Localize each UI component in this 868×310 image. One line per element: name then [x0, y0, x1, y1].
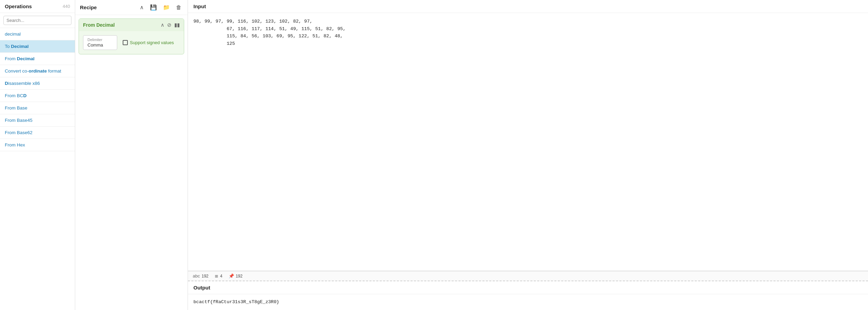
sidebar-count: 440: [63, 4, 70, 9]
recipe-card-disable-button[interactable]: ⊘: [167, 22, 172, 28]
trash-icon: 🗑: [176, 4, 181, 10]
chevron-up-icon: ∧: [140, 4, 144, 10]
delimiter-label: Delimiter: [87, 38, 113, 42]
chevron-up-small-icon: ∧: [161, 22, 164, 28]
delimiter-value: Comma: [87, 42, 113, 48]
sidebar-item-convert-coordinate[interactable]: Convert co-ordinate format: [0, 65, 75, 77]
abc-icon: abc: [193, 273, 200, 279]
save-icon: 💾: [150, 4, 157, 10]
sidebar-item-disassemble-x86[interactable]: Disassemble x86: [0, 77, 75, 90]
open-folder-button[interactable]: 📁: [162, 3, 171, 11]
sidebar-item-from-base62[interactable]: From Base62: [0, 127, 75, 139]
sidebar-item-from-decimal[interactable]: From Decimal: [0, 53, 75, 65]
output-area: Output bcactf{fRaCtur31s3R_sT8gE_z3R0}: [188, 281, 868, 310]
recipe-header: Recipe ∧ 💾 📁 🗑: [75, 0, 188, 15]
output-content: bcactf{fRaCtur31s3R_sT8gE_z3R0}: [188, 294, 868, 310]
output-header: Output: [188, 281, 868, 294]
pause-icon: ▮▮: [174, 22, 180, 28]
recipe-toolbar: ∧ 💾 📁 🗑: [138, 3, 183, 11]
search-row: [0, 13, 75, 28]
delimiter-box: Delimiter Comma: [83, 35, 117, 50]
sidebar: Operations 440 decimalTo DecimalFrom Dec…: [0, 0, 75, 310]
sidebar-title: Operations: [5, 3, 32, 9]
input-content[interactable]: 98, 99, 97, 99, 116, 102, 123, 102, 82, …: [188, 13, 868, 271]
recipe-card-pause-button[interactable]: ▮▮: [174, 22, 180, 28]
from-decimal-card: From Decimal ∧ ⊘ ▮▮ Delimiter Comma Su: [79, 18, 184, 54]
collapse-button[interactable]: ∧: [138, 3, 145, 11]
sidebar-item-from-hex[interactable]: From Hex: [0, 139, 75, 151]
recipe-panel-title: Recipe: [80, 4, 97, 10]
input-area: Input 98, 99, 97, 99, 116, 102, 123, 102…: [188, 0, 868, 271]
recipe-panel: Recipe ∧ 💾 📁 🗑 From Decimal ∧: [75, 0, 188, 310]
recipe-card-header: From Decimal ∧ ⊘ ▮▮: [79, 19, 184, 31]
line-count-item: ≣ 4: [215, 273, 222, 279]
ban-icon: ⊘: [167, 22, 172, 28]
recipe-card-title: From Decimal: [83, 22, 115, 28]
signed-values-row: Support signed values: [123, 40, 174, 45]
sidebar-item-from-bcd[interactable]: From BCD: [0, 90, 75, 102]
signed-values-checkbox[interactable]: [123, 40, 128, 45]
selection-count: 192: [236, 274, 243, 279]
sidebar-item-from-base45[interactable]: From Base45: [0, 114, 75, 127]
sidebar-item-from-base[interactable]: From Base: [0, 102, 75, 114]
save-button[interactable]: 💾: [149, 3, 158, 11]
status-bar: abc 192 ≣ 4 📌 192: [188, 271, 868, 281]
sidebar-item-decimal[interactable]: decimal: [0, 28, 75, 40]
right-panel: Input 98, 99, 97, 99, 116, 102, 123, 102…: [188, 0, 868, 310]
line-count: 4: [220, 274, 222, 279]
char-count-item: abc 192: [193, 273, 208, 279]
sidebar-items-container: decimalTo DecimalFrom DecimalConvert co-…: [0, 28, 75, 151]
recipe-card-collapse-button[interactable]: ∧: [161, 22, 164, 28]
sidebar-header: Operations 440: [0, 0, 75, 13]
signed-values-label: Support signed values: [130, 40, 174, 45]
pin-icon: 📌: [229, 273, 234, 279]
delete-button[interactable]: 🗑: [175, 4, 183, 11]
recipe-card-body: Delimiter Comma Support signed values: [79, 31, 184, 54]
char-count: 192: [202, 274, 208, 279]
recipe-card-actions: ∧ ⊘ ▮▮: [161, 22, 180, 28]
lines-icon: ≣: [215, 273, 218, 279]
selection-item: 📌 192: [229, 273, 243, 279]
folder-icon: 📁: [163, 4, 170, 10]
search-input[interactable]: [3, 16, 71, 25]
input-header: Input: [188, 0, 868, 13]
sidebar-item-to-decimal[interactable]: To Decimal: [0, 40, 75, 53]
